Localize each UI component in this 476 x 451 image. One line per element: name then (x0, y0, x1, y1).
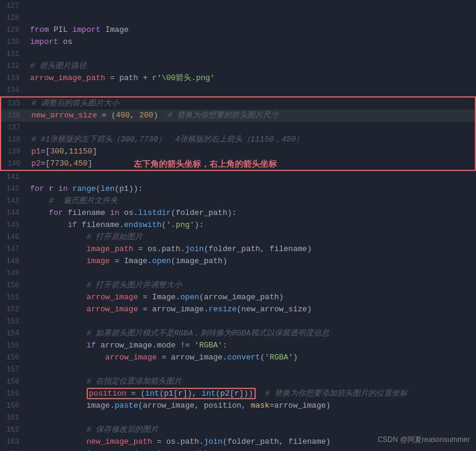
table-row: 145 if filename.endswith('.png'): (0, 219, 476, 231)
line-content: # 如果箭头图片模式不是RGBA，则转换为RGBA模式以保留透明度信息 (25, 328, 476, 340)
table-row: 130import os (0, 36, 476, 48)
line-content: position = (int(p1[r]), int(p2[r])) # 替换… (25, 388, 476, 400)
line-content: # 保存修改后的图片 (25, 424, 476, 436)
table-row: 132# 箭头图片路径 (0, 60, 476, 72)
line-number: 145 (0, 219, 25, 231)
table-row: 142for r in range(len(p1)): (0, 183, 476, 195)
line-content: from PIL import Image (25, 24, 476, 36)
table-row: 128 (0, 12, 476, 24)
table-row: 134 (0, 84, 476, 96)
line-number: 149 (0, 267, 25, 279)
line-number: 127 (0, 0, 25, 12)
table-row: 136new_arrow_size = (400, 200) # 替换为你想要的… (0, 110, 476, 122)
line-number: 131 (0, 48, 25, 60)
line-content: new_arrow_size = (400, 200) # 替换为你想要的箭头图… (26, 110, 475, 122)
line-content (25, 364, 476, 376)
line-content: # 箭头图片路径 (25, 60, 476, 72)
line-number: 159 (0, 388, 25, 400)
line-content: if filename.endswith('.png'): (25, 219, 476, 231)
table-row: 135# 调整后的箭头图片大小 (0, 96, 476, 110)
line-content (25, 48, 476, 60)
table-row: 150 # 打开箭头图片并调整大小 (0, 279, 476, 291)
line-number: 150 (0, 279, 25, 291)
line-content (25, 267, 476, 279)
line-content: if arrow_image.mode != 'RGBA': (25, 340, 476, 352)
table-row: 140p2=[7730,450]左下角的箭头坐标，右上角的箭头坐标 (0, 158, 476, 171)
line-content: arrow_image = Image.open(arrow_image_pat… (25, 291, 476, 303)
line-number: 143 (0, 195, 25, 207)
line-number: 153 (0, 316, 25, 328)
line-number: 158 (0, 376, 25, 388)
line-content (25, 412, 476, 424)
line-number: 142 (0, 183, 25, 195)
line-content: arrow_image = arrow_image.convert('RGBA'… (25, 352, 476, 364)
line-content: image.save(new_image_path) (25, 448, 476, 451)
line-content (25, 0, 476, 12)
table-row: 137 (0, 122, 476, 134)
line-number: 160 (0, 400, 25, 412)
line-content: image_path = os.path.join(folder_path, f… (25, 243, 476, 255)
table-row: 157 (0, 364, 476, 376)
line-content: image.paste(arrow_image, position, mask=… (25, 400, 476, 412)
line-number: 133 (0, 72, 25, 84)
line-content: for filename in os.listdir(folder_path): (25, 207, 476, 219)
line-content: # 调整后的箭头图片大小 (26, 98, 475, 110)
line-content: # 打开箭头图片并调整大小 (25, 279, 476, 291)
table-row: 151 arrow_image = Image.open(arrow_image… (0, 291, 476, 303)
line-number: 156 (0, 352, 25, 364)
line-content: arrow_image_path = path + r'\00箭头.png' (25, 72, 476, 84)
table-row: 161 (0, 412, 476, 424)
line-content: p1=[300,11150] (26, 146, 475, 158)
line-number: 128 (0, 12, 25, 24)
table-row: 159 position = (int(p1[r]), int(p2[r])) … (0, 388, 476, 400)
line-content: # #1张横版的左下箭头（300,7730） 4张横版的右上箭头（11150，4… (26, 134, 475, 146)
table-row: 127 (0, 0, 476, 12)
line-number: 141 (0, 171, 25, 183)
table-row: 139p1=[300,11150] (0, 146, 476, 158)
table-row: 149 (0, 267, 476, 279)
line-number: 161 (0, 412, 25, 424)
table-row: 164 image.save(new_image_path) (0, 448, 476, 451)
line-number: 139 (1, 146, 26, 158)
zh-annotation: 左下角的箭头坐标，右上角的箭头坐标 (134, 158, 277, 170)
table-row: 156 arrow_image = arrow_image.convert('R… (0, 352, 476, 364)
table-row: 131 (0, 48, 476, 60)
table-row: 143 # 遍历图片文件夹 (0, 195, 476, 207)
line-number: 146 (0, 231, 25, 243)
table-row: 158 # 在指定位置添加箭头图片 (0, 376, 476, 388)
line-content: # 在指定位置添加箭头图片 (25, 376, 476, 388)
line-number: 154 (0, 328, 25, 340)
table-row: 160 image.paste(arrow_image, position, m… (0, 400, 476, 412)
line-number: 147 (0, 243, 25, 255)
line-content (25, 84, 476, 96)
line-content: for r in range(len(p1)): (25, 183, 476, 195)
code-editor: 127 128 129from PIL import Image130impor… (0, 0, 476, 451)
table-row: 146 # 打开原始图片 (0, 231, 476, 243)
line-number: 135 (1, 98, 26, 110)
line-number: 132 (0, 60, 25, 72)
line-number: 162 (0, 424, 25, 436)
line-number: 134 (0, 84, 25, 96)
line-content (25, 316, 476, 328)
line-number: 136 (1, 110, 26, 122)
watermark: CSDN @阿夏reasonsummer (377, 435, 470, 445)
line-content (25, 171, 476, 183)
line-number: 163 (0, 436, 25, 448)
line-number: 144 (0, 207, 25, 219)
table-row: 152 arrow_image = arrow_image.resize(new… (0, 303, 476, 316)
line-number: 164 (0, 448, 25, 451)
line-number: 129 (0, 24, 25, 36)
table-row: 141 (0, 171, 476, 183)
table-row: 129from PIL import Image (0, 24, 476, 36)
table-row: 133arrow_image_path = path + r'\00箭头.png… (0, 72, 476, 84)
table-row: 138# #1张横版的左下箭头（300,7730） 4张横版的右上箭头（1115… (0, 134, 476, 146)
line-number: 137 (1, 122, 26, 134)
line-content: import os (25, 36, 476, 48)
line-content: arrow_image = arrow_image.resize(new_arr… (25, 303, 476, 316)
line-number: 130 (0, 36, 25, 48)
line-content (26, 122, 475, 134)
table-row: 153 (0, 316, 476, 328)
table-row: 147 image_path = os.path.join(folder_pat… (0, 243, 476, 255)
line-number: 138 (1, 134, 26, 146)
table-row: 155 if arrow_image.mode != 'RGBA': (0, 340, 476, 352)
